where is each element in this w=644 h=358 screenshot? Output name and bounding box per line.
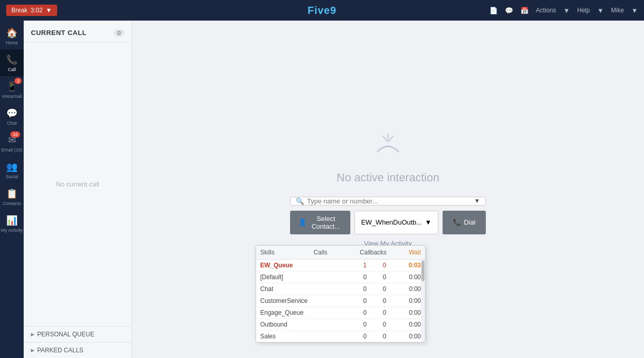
skill-name-cell: Engage_Queue xyxy=(256,307,351,319)
callbacks-cell: 0 xyxy=(371,295,391,307)
table-row: Outbound000:00 xyxy=(256,319,425,331)
contacts-icon: 📋 xyxy=(6,188,18,199)
no-interaction-area: No active interaction xyxy=(336,132,439,184)
parked-calls-row[interactable]: ▶ PARKED CALLS xyxy=(24,342,131,358)
skills-table: Skills Calls Callbacks Wait xyxy=(256,246,425,260)
parked-calls-chevron: ▶ xyxy=(31,348,35,353)
table-row: EW_Queue100:03 xyxy=(256,260,425,271)
break-time: 3:02 xyxy=(30,7,42,14)
sidebar-myactivity-label: My Activity xyxy=(1,228,23,233)
search-dropdown-button[interactable]: ▼ xyxy=(469,197,486,206)
dial-label: Dial xyxy=(464,218,476,226)
user-menu-button[interactable]: Mike xyxy=(611,7,624,14)
select-contact-label: Select Contact... xyxy=(310,215,342,230)
main-content: No active interaction 🔍 ▼ 👤 Select Conta… xyxy=(132,21,644,358)
voicemail-badge-container: 📱 3 xyxy=(6,81,18,92)
top-nav-left: Break 3:02 ▼ xyxy=(6,5,57,16)
wait-cell: 0:00 xyxy=(391,283,425,295)
wait-cell: 0:00 xyxy=(391,319,425,331)
break-label: Break xyxy=(11,7,27,14)
break-dropdown-icon: ▼ xyxy=(46,7,52,14)
sidebar-item-contacts[interactable]: 📋 Contacts xyxy=(0,183,24,210)
table-row: Chat000:00 xyxy=(256,283,425,295)
dial-phone-icon: 📞 xyxy=(453,218,461,226)
wait-cell: 0:00 xyxy=(391,307,425,319)
social-icon: 👥 xyxy=(6,161,18,173)
sidebar-item-call[interactable]: 📞 Call xyxy=(0,49,24,76)
top-nav-center: Five9 xyxy=(308,5,336,16)
no-current-call-text: No current call xyxy=(24,42,131,326)
sidebar-item-home[interactable]: 🏠 Home xyxy=(0,23,24,49)
action-row: 👤 Select Contact... EW_WhenDuOutb... ▼ 📞… xyxy=(290,211,486,234)
campaign-label: EW_WhenDuOutb... xyxy=(361,218,422,226)
search-input[interactable] xyxy=(307,197,464,205)
table-row: Engage_Queue000:00 xyxy=(256,307,425,319)
sidebar-item-social[interactable]: 👥 Social xyxy=(0,157,24,183)
actions-button[interactable]: Actions xyxy=(536,7,556,14)
top-nav: Break 3:02 ▼ Five9 📄 💬 📅 Actions ▼ Help … xyxy=(0,0,644,21)
sidebar-chat-label: Chat xyxy=(7,121,16,126)
calls-cell: 0 xyxy=(351,271,371,283)
call-panel-title: CURRENT CALL xyxy=(31,29,87,37)
myactivity-icon: 📊 xyxy=(6,215,18,226)
callbacks-cell: 0 xyxy=(371,319,391,331)
personal-queue-row[interactable]: ▶ PERSONAL QUEUE xyxy=(24,326,131,342)
skill-name-cell: EW_Queue xyxy=(256,260,351,271)
call-panel: CURRENT CALL 0 No current call ▶ PERSONA… xyxy=(24,21,132,358)
callbacks-cell: 0 xyxy=(371,331,391,343)
calendar-icon[interactable]: 📅 xyxy=(520,7,529,14)
scrollbar-thumb[interactable] xyxy=(421,261,425,281)
wait-cell: 0:03 xyxy=(391,260,425,271)
actions-chevron: ▼ xyxy=(563,7,570,14)
callbacks-cell: 0 xyxy=(371,307,391,319)
sidebar-call-label: Call xyxy=(8,67,16,72)
dial-button[interactable]: 📞 Dial xyxy=(443,211,486,234)
sidebar-item-chat[interactable]: 💬 Chat xyxy=(0,103,24,130)
notes-icon[interactable]: 📄 xyxy=(489,7,498,14)
wait-cell: 0:00 xyxy=(391,271,425,283)
calls-cell: 1 xyxy=(351,260,371,271)
skill-name-cell: Chat xyxy=(256,283,351,295)
help-button[interactable]: Help xyxy=(577,7,590,14)
voicemail-badge: 3 xyxy=(14,78,22,84)
skills-tbody: EW_Queue100:03[Default]000:00Chat000:00C… xyxy=(256,260,425,342)
sidebar-social-label: Social xyxy=(6,174,19,179)
sidebar-item-voicemail[interactable]: 📱 3 Voicemail xyxy=(0,76,24,103)
campaign-dropdown-chevron: ▼ xyxy=(425,218,432,226)
break-button[interactable]: Break 3:02 ▼ xyxy=(6,5,57,16)
wait-cell: 0:00 xyxy=(391,331,425,343)
call-panel-header: CURRENT CALL 0 xyxy=(24,21,131,42)
chat-icon[interactable]: 💬 xyxy=(505,7,513,14)
no-interaction-text: No active interaction xyxy=(336,171,439,184)
user-chevron: ▼ xyxy=(631,7,638,14)
phone-icon-container xyxy=(367,132,409,163)
chat-bubble-icon: 💬 xyxy=(6,108,18,119)
table-row: Sales000:00 xyxy=(256,331,425,343)
skill-name-cell: Sales xyxy=(256,331,351,343)
call-icon: 📞 xyxy=(6,54,18,65)
help-chevron: ▼ xyxy=(597,7,604,14)
wait-cell: 0:00 xyxy=(391,295,425,307)
skill-name-cell: [Default] xyxy=(256,271,351,283)
campaign-dropdown-button[interactable]: EW_WhenDuOutb... ▼ xyxy=(354,211,438,234)
scrollbar-track[interactable] xyxy=(421,260,425,342)
svg-line-2 xyxy=(389,136,393,141)
calls-cell: 0 xyxy=(351,331,371,343)
sidebar-voicemail-label: Voicemail xyxy=(2,94,22,99)
personal-queue-chevron: ▶ xyxy=(31,332,35,337)
sidebar-item-myactivity[interactable]: 📊 My Activity xyxy=(0,210,24,237)
email-badge: 16 xyxy=(10,131,20,138)
call-panel-count: 0 xyxy=(114,29,124,37)
sidebar-item-email[interactable]: ✉ 16 Email (16) xyxy=(0,130,24,157)
skills-popup: Skills Calls Callbacks Wait EW_Queue100:… xyxy=(256,245,426,343)
phone-idle-svg xyxy=(367,132,409,163)
panel-bottom: ▶ PERSONAL QUEUE ▶ PARKED CALLS xyxy=(24,326,131,358)
skill-name-cell: Outbound xyxy=(256,319,351,331)
five9-logo: Five9 xyxy=(308,5,336,16)
contact-person-icon: 👤 xyxy=(298,218,307,226)
personal-queue-label: PERSONAL QUEUE xyxy=(37,331,94,338)
col-wait: Wait xyxy=(391,246,425,260)
callbacks-cell: 0 xyxy=(371,260,391,271)
select-contact-button[interactable]: 👤 Select Contact... xyxy=(290,211,350,234)
sidebar-contacts-label: Contacts xyxy=(3,201,21,206)
